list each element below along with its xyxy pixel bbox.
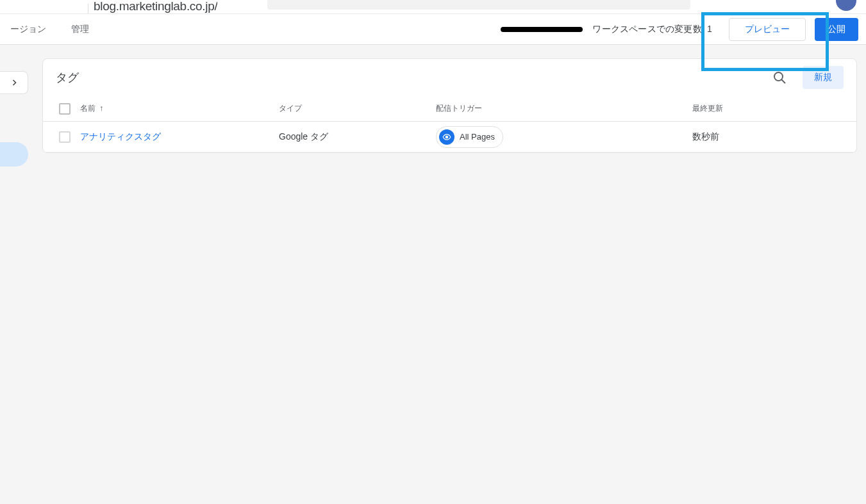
- select-all-checkbox[interactable]: [59, 103, 71, 115]
- container-url: blog.marketinglab.co.jp/: [94, 0, 217, 13]
- nav-version[interactable]: ージョン: [0, 24, 56, 35]
- search-icon[interactable]: [772, 70, 787, 85]
- row-checkbox[interactable]: [59, 131, 71, 143]
- sidebar-expand[interactable]: [0, 71, 28, 94]
- table-row: アナリティクスタグ Google タグ All Pages 数秒前: [43, 122, 856, 152]
- col-name[interactable]: 名前↑: [80, 103, 279, 114]
- publish-button[interactable]: 公開: [815, 18, 858, 41]
- chevron-right-icon: [10, 79, 18, 86]
- eye-icon: [439, 129, 454, 145]
- workspace-changes: ワークスペースでの変更数: 1: [592, 24, 712, 35]
- card-header: タグ 新規: [43, 59, 856, 96]
- col-trigger[interactable]: 配信トリガー: [436, 103, 692, 114]
- sidebar-active-indicator: [0, 142, 28, 167]
- tags-card: タグ 新規 名前↑ タイプ 配信トリガー 最終更新 アナリティクスタグ Goog…: [42, 58, 857, 153]
- svg-point-0: [774, 72, 783, 81]
- tag-type: Google タグ: [279, 131, 436, 143]
- tag-name-link[interactable]: アナリティクスタグ: [80, 131, 161, 142]
- preview-button[interactable]: プレビュー: [729, 18, 806, 41]
- new-button[interactable]: 新規: [803, 66, 844, 89]
- sub-nav: ージョン 管理 ワークスペースでの変更数: 1 プレビュー 公開: [0, 14, 866, 45]
- workspace-changes-count: 1: [707, 24, 712, 34]
- col-updated[interactable]: 最終更新: [692, 103, 850, 114]
- redacted-account: [501, 27, 583, 32]
- sort-up-icon: ↑: [99, 103, 104, 113]
- svg-point-2: [445, 136, 448, 138]
- divider: [88, 4, 88, 13]
- tag-updated: 数秒前: [692, 131, 850, 143]
- col-type[interactable]: タイプ: [279, 103, 436, 114]
- svg-line-1: [781, 79, 785, 83]
- workspace-changes-label: ワークスペースでの変更数:: [592, 24, 704, 34]
- table-header: 名前↑ タイプ 配信トリガー 最終更新: [43, 96, 856, 122]
- card-title: タグ: [56, 70, 772, 85]
- top-bar: blog.marketinglab.co.jp/: [0, 0, 866, 14]
- search-bar[interactable]: [267, 0, 690, 10]
- avatar[interactable]: [836, 0, 856, 11]
- trigger-chip[interactable]: All Pages: [436, 126, 503, 148]
- trigger-label: All Pages: [460, 132, 495, 142]
- nav-admin[interactable]: 管理: [61, 24, 99, 35]
